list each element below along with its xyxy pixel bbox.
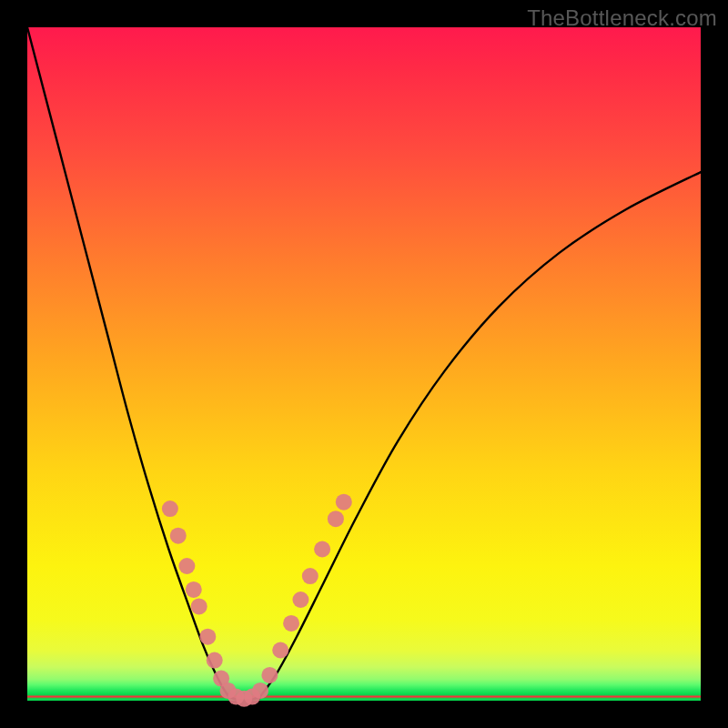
sample-point bbox=[191, 598, 207, 614]
sample-point bbox=[336, 494, 352, 511]
sample-point bbox=[199, 629, 216, 645]
sample-markers bbox=[162, 494, 352, 707]
bottleneck-curve bbox=[27, 27, 701, 701]
sample-point bbox=[292, 592, 308, 608]
sample-point bbox=[272, 642, 288, 659]
sample-point bbox=[162, 500, 178, 517]
sample-point bbox=[178, 558, 195, 574]
sample-point bbox=[283, 615, 299, 632]
plot-area bbox=[27, 27, 701, 701]
sample-point bbox=[170, 528, 187, 544]
sample-point bbox=[207, 652, 223, 669]
frame: TheBottleneck.com bbox=[0, 0, 728, 728]
sample-point bbox=[261, 667, 278, 683]
sample-point bbox=[302, 568, 318, 584]
sample-point bbox=[328, 511, 344, 527]
sample-point bbox=[186, 581, 202, 598]
sample-point bbox=[252, 682, 268, 699]
chart-svg bbox=[27, 27, 701, 701]
sample-point bbox=[314, 541, 330, 558]
